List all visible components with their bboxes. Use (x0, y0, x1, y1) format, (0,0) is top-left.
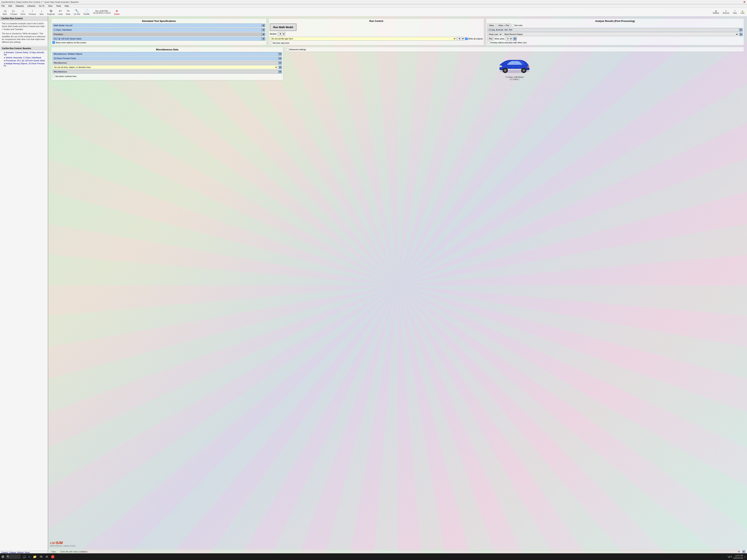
sidebar-button[interactable]: ▥ Sidebar (712, 10, 720, 15)
tree-item-animator[interactable]: Animator: Camera Setup: 13 deg. Azimuth,… (1, 51, 47, 56)
menu-help[interactable]: Help (64, 5, 70, 7)
most-recent-select[interactable]: Most Recent Output (503, 32, 739, 36)
close-button[interactable]: ✕ (743, 1, 746, 3)
dlc-select[interactable]: DLC @ 120 km/h (Quick Start) (52, 37, 262, 41)
misc2-select[interactable]: 10 Driver Preview Points (52, 56, 279, 60)
video-button[interactable]: Video (487, 24, 496, 27)
duplicate-icon: ⧉ (50, 9, 52, 13)
keep-last-select[interactable]: Keep Last (487, 32, 502, 36)
plot-button[interactable]: Plot (487, 37, 494, 41)
tree-item-objects[interactable]: Multiple Moving Objects: 10 Driver Previ… (1, 62, 47, 67)
echo-select[interactable]: Echo file with initial conditions (59, 550, 741, 554)
back-button[interactable]: ◁ Back (1, 8, 8, 16)
libtool-button[interactable]: 🔧 Lib Tool (73, 8, 81, 16)
video-plot-button[interactable]: Video + Plot (496, 24, 511, 27)
tree-header[interactable]: CarSim Run Control: Baseline (1, 47, 47, 50)
dlc-arrow[interactable]: ▼ (262, 37, 265, 41)
delete-icon: ✕ (115, 9, 118, 13)
redo-button[interactable]: ↪ Redo (65, 8, 72, 16)
procedure-row: Procedure ▼ (52, 32, 265, 36)
redo-icon: ↪ (67, 9, 70, 13)
math-model-arrow[interactable]: ▼ (262, 24, 265, 27)
vehicle-row: C-Class, Hatchback ▼ (52, 28, 265, 32)
title-bar: [CarSim2019.0_Data] CarSim Run Control; … (0, 0, 747, 4)
set-time-step-checkbox[interactable] (270, 42, 272, 44)
set-driver-checkbox[interactable] (52, 75, 55, 77)
filetype-row: Do not set file type here ▼ Write all ou… (270, 37, 483, 41)
next-button[interactable]: ↓ Next (38, 9, 45, 16)
parsfile-icon: 📄 (84, 9, 88, 13)
misc1-select[interactable]: Miscellaneous: Multiple Objects (52, 52, 279, 56)
misc4-select[interactable]: Miscellaneous: (52, 70, 279, 74)
camera-arrow[interactable]: ▼ (739, 28, 743, 32)
menu-file[interactable]: File (1, 5, 5, 7)
models-select[interactable]: ▼ (278, 32, 285, 36)
misc-section-row: Miscellaneous Data Miscellaneous: Multip… (51, 47, 744, 80)
window-title: [CarSim2019.0_Data] CarSim Run Control; … (1, 1, 79, 3)
show-more-checkbox[interactable] (52, 41, 55, 44)
right-panel: Simulated Test Specifications Math Model… (48, 17, 747, 554)
toolbar-right: ▥ Sidebar ↻ Refresh ? Help 🔒 Lock (712, 10, 746, 15)
advanced-checkbox-label[interactable]: Advanced settings (286, 48, 743, 51)
set-color-label[interactable]: Set color (512, 24, 522, 27)
models-row: Models: ▼ (270, 32, 483, 36)
overlay-checkbox[interactable] (487, 41, 490, 44)
refresh-button[interactable]: ↻ Refresh (722, 10, 730, 15)
filetype-select[interactable]: Do not set file type here (270, 37, 456, 41)
duplicate-button[interactable]: ⧉ Duplicate (46, 9, 56, 16)
misc4-arrow[interactable]: ▼ (279, 70, 282, 74)
math-model-select[interactable]: Math Model: Ind_Ind (52, 24, 262, 27)
camera-select[interactable]: 13 deg. Azimuth, Veh. Ref. (487, 28, 739, 32)
run-control-section: Run Control Run Math Model Models: ▼ Do … (268, 18, 484, 45)
svg-point-4 (505, 70, 506, 71)
menu-bar: File Edit Datasets Libraries Go To View … (0, 4, 747, 8)
tree-item-vehicle[interactable]: Vehicle: Assembly: C-Class, Hatchback (1, 56, 47, 59)
most-recent-arrow[interactable]: ▼ (739, 33, 743, 36)
lock-button[interactable]: 🔒 Lock (740, 10, 746, 15)
more-plots-arrow[interactable]: ▼ (513, 37, 517, 41)
misc3-arrow[interactable]: ▼ (279, 61, 282, 64)
misc1-row: Miscellaneous: Multiple Objects ▼ (52, 52, 282, 56)
previous-button[interactable]: ↑ Previous (28, 9, 37, 16)
set-time-direction-row: Do not set time, station, or direction h… (52, 65, 282, 69)
vehicle-arrow[interactable]: ▼ (262, 28, 265, 32)
echo-arrow[interactable]: ▼ (742, 550, 746, 554)
set-time-direction-arrow[interactable]: ▼ (279, 65, 282, 69)
carsim-logo: carSIM MECHANICAL SIMULATION. (50, 541, 76, 547)
write-all-checkbox[interactable] (465, 37, 468, 40)
menu-goto[interactable]: Go To (38, 5, 45, 7)
home-button[interactable]: ⌂ Home (20, 9, 27, 16)
write-all-checkbox-label[interactable]: Write all outputs (465, 37, 483, 40)
menu-edit[interactable]: Edit (8, 5, 13, 7)
misc3-select[interactable]: Miscellaneous: (52, 61, 279, 64)
show-more-label[interactable]: Show more options on this screen (56, 42, 86, 44)
menu-datasets[interactable]: Datasets (15, 5, 24, 7)
car-display: C-Class, Hatchback ( C-Class ) (285, 55, 744, 80)
plot-row: Plot More plots: 0 ▼ (487, 37, 743, 41)
undo-button[interactable]: ↩ Undo (57, 8, 64, 16)
set-color-checkbox[interactable] (512, 24, 514, 27)
set-driver-checkbox-label[interactable]: Set driver controls here (52, 75, 282, 77)
set-driver-row: Set driver controls here (52, 75, 282, 77)
menu-tools[interactable]: Tools (55, 5, 62, 7)
forward-button[interactable]: ▷ Forward (9, 8, 18, 16)
set-time-direction-select[interactable]: Do not set time, station, or direction h… (52, 65, 278, 69)
procedure-arrow[interactable]: ▼ (262, 33, 265, 36)
run-math-button[interactable]: Run Math Model (270, 24, 297, 31)
vehicle-select[interactable]: C-Class, Hatchback (52, 28, 262, 32)
menu-libraries[interactable]: Libraries (27, 5, 36, 7)
misc-title: Miscellaneous Data (52, 48, 282, 51)
delete-button[interactable]: ✕ Delete (113, 9, 121, 16)
help-button[interactable]: ? Help (732, 10, 738, 15)
misc1-arrow[interactable]: ▼ (279, 52, 282, 56)
misc2-arrow[interactable]: ▼ (279, 57, 282, 60)
tree-item-procedures[interactable]: Procedures: DLC @ 120 km/h (Quick Start) (1, 59, 47, 62)
procedure-select[interactable]: Procedure (52, 32, 262, 36)
parsfile-button[interactable]: 📄 Parsfile (82, 8, 91, 16)
more-plots-select[interactable]: 0 (506, 37, 512, 41)
advanced-checkbox[interactable] (286, 48, 289, 51)
menu-view[interactable]: View (47, 5, 53, 7)
view-button[interactable]: View (50, 550, 57, 553)
keep-last-row: Keep Last Most Recent Output ▼ (487, 32, 743, 36)
filetype-arrow[interactable]: ▼ (457, 37, 464, 41)
